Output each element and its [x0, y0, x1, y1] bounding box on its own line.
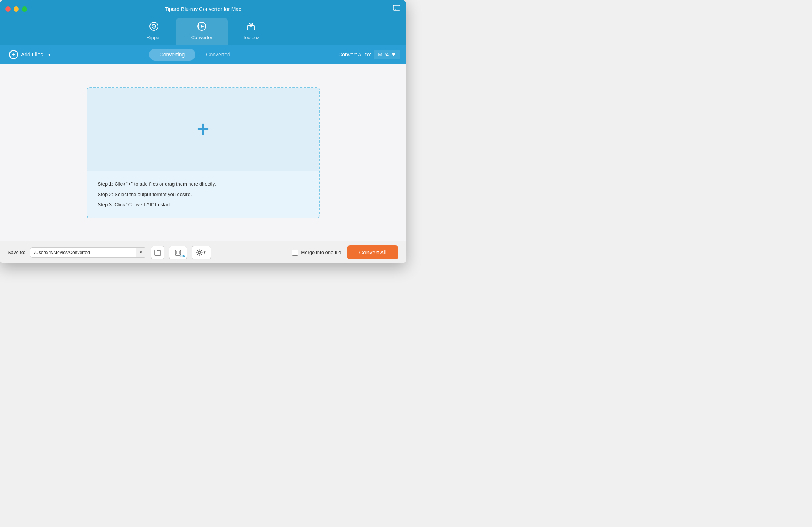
footer-right: Merge into one file Convert All	[292, 245, 399, 259]
add-files-dropdown-arrow[interactable]: ▼	[47, 53, 51, 57]
format-value: MP4	[378, 52, 389, 58]
app-title: Tipard Blu-ray Converter for Mac	[165, 6, 241, 12]
minimize-button[interactable]	[14, 6, 19, 12]
tab-ripper-label: Ripper	[146, 35, 161, 40]
tab-ripper[interactable]: Ripper	[131, 18, 176, 45]
hardware-acceleration-button[interactable]: ON	[169, 246, 187, 259]
nav-tabs: Ripper Converter Toolbox	[0, 18, 406, 45]
toolbox-icon	[246, 21, 256, 33]
settings-button[interactable]: ▼	[192, 246, 211, 259]
add-files-button[interactable]: + Add Files	[6, 48, 46, 61]
svg-rect-0	[393, 5, 400, 10]
toolbar-tab-converted[interactable]: Converted	[195, 49, 241, 61]
tab-toolbox-label: Toolbox	[243, 35, 260, 40]
toolbar-tabs: Converting Converted	[51, 49, 338, 61]
titlebar: Tipard Blu-ray Converter for Mac	[0, 0, 406, 18]
toolbar-tab-converting[interactable]: Converting	[149, 49, 196, 61]
merge-checkbox-label[interactable]: Merge into one file	[292, 250, 341, 256]
svg-marker-5	[201, 24, 204, 28]
drop-zone-plus-icon: +	[196, 118, 210, 140]
tab-toolbox[interactable]: Toolbox	[228, 18, 275, 45]
merge-checkbox-input[interactable]	[292, 250, 298, 256]
convert-all-to: Convert All to: MP4 ▼	[338, 50, 400, 59]
tab-converter[interactable]: Converter	[176, 18, 228, 45]
chat-icon[interactable]	[392, 4, 401, 14]
drop-zone-step-1: Step 1: Click "+" to add files or drag t…	[98, 180, 309, 188]
drop-zone-step-3: Step 3: Click "Convert All" to start.	[98, 200, 309, 209]
save-path-container: ▼	[30, 247, 146, 258]
ripper-icon	[149, 21, 159, 33]
svg-point-14	[198, 251, 201, 254]
tab-converter-label: Converter	[191, 35, 213, 40]
merge-label: Merge into one file	[301, 250, 341, 255]
drop-zone[interactable]: + Step 1: Click "+" to add files or drag…	[87, 87, 320, 218]
drop-zone-upper[interactable]: +	[87, 88, 319, 171]
save-to-label: Save to:	[8, 250, 26, 255]
folder-browse-button[interactable]	[151, 246, 164, 259]
footer: Save to: ▼ ON	[0, 241, 406, 264]
main-content: + Step 1: Click "+" to add files or drag…	[0, 64, 406, 241]
maximize-button[interactable]	[22, 6, 27, 12]
on-badge: ON	[180, 254, 186, 258]
save-path-dropdown-arrow[interactable]: ▼	[136, 248, 146, 257]
add-files-label: Add Files	[21, 52, 43, 58]
convert-all-to-label: Convert All to:	[338, 52, 371, 58]
svg-point-3	[153, 26, 154, 27]
drop-zone-step-2: Step 2: Select the output format you des…	[98, 190, 309, 199]
convert-all-button[interactable]: Convert All	[347, 245, 398, 259]
toolbar-tab-converting-label: Converting	[160, 52, 185, 58]
svg-rect-9	[176, 251, 179, 254]
svg-rect-8	[175, 250, 181, 255]
format-dropdown-arrow: ▼	[391, 52, 396, 58]
format-selector[interactable]: MP4 ▼	[374, 50, 400, 59]
convert-all-label: Convert All	[359, 249, 386, 256]
settings-dropdown-arrow: ▼	[203, 250, 207, 254]
save-path-input[interactable]	[30, 248, 136, 257]
drop-zone-instructions: Step 1: Click "+" to add files or drag t…	[87, 171, 319, 217]
traffic-lights	[5, 6, 27, 12]
close-button[interactable]	[5, 6, 11, 12]
toolbar: + Add Files ▼ Converting Converted Conve…	[0, 45, 406, 64]
add-files-icon: +	[9, 50, 18, 59]
converter-icon	[196, 21, 207, 33]
toolbar-tab-converted-label: Converted	[206, 52, 230, 58]
